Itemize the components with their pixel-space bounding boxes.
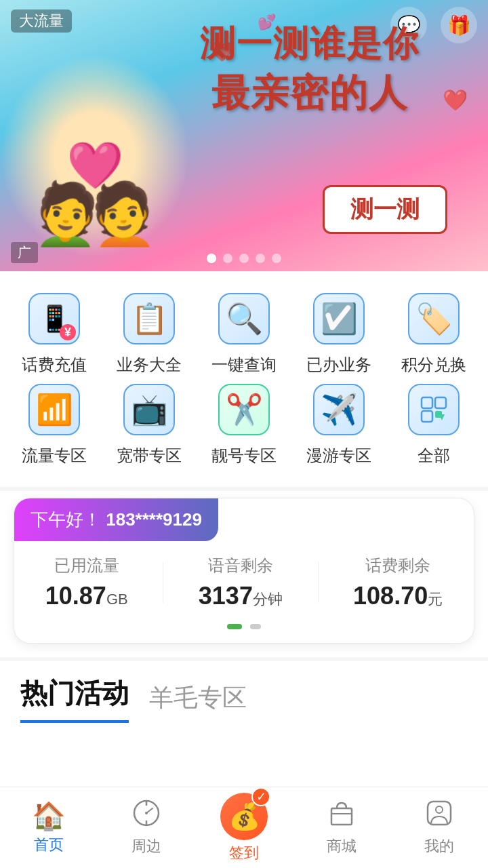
bottom-nav: 🏠 首页 周边 💰 ✓ 签到 商城: [0, 787, 488, 868]
quick-item-wifi[interactable]: 📶 流量专区: [10, 382, 98, 467]
heart-decoration-3: ❤️: [443, 88, 468, 112]
account-card[interactable]: 下午好！ 183****9129 已用流量 10.87GB 语音剩余 3137分…: [14, 498, 474, 644]
nearby-label: 周边: [131, 836, 161, 856]
yewu-label: 业务大全: [117, 354, 182, 376]
shop-icon: [327, 799, 356, 833]
tab-wool[interactable]: 羊毛专区: [149, 682, 247, 723]
quick-item-yewu[interactable]: 📋 业务大全: [105, 292, 193, 376]
data-number: 10.87: [45, 582, 106, 610]
all-label: 全部: [418, 445, 450, 467]
mine-label: 我的: [424, 836, 454, 856]
huafei-label: 话费充值: [22, 354, 87, 376]
points-label: 积分兑换: [401, 354, 466, 376]
balance-value: 108.70元: [353, 582, 443, 610]
yewu-icon-wrap: 📋: [122, 292, 176, 346]
nav-item-mine[interactable]: 我的: [395, 799, 483, 856]
account-page-dots: [14, 624, 474, 629]
nicenum-label: 靓号专区: [211, 445, 277, 467]
stat-balance: 话费剩余 108.70元: [353, 555, 443, 610]
query-label: 一键查询: [211, 354, 277, 376]
data-label: 已用流量: [54, 555, 119, 576]
activity-tabs: 热门活动 羊毛专区: [0, 661, 488, 723]
balance-label: 话费剩余: [365, 555, 430, 576]
banner: ❤️ 💕 ❤️ 大流量 💬 🎁 测一测谁是你 最亲密的人 测一测 广: [0, 0, 488, 271]
svg-rect-10: [331, 808, 352, 825]
roaming-label: 漫游专区: [306, 445, 371, 467]
banner-dots: [207, 254, 281, 263]
quick-item-done[interactable]: ☑️ 已办业务: [295, 292, 383, 376]
data-unit: GB: [106, 591, 128, 608]
banner-title-line2: 最亲密的人: [200, 68, 420, 119]
balance-unit: 元: [428, 591, 443, 608]
banner-dot-1[interactable]: [207, 254, 216, 263]
points-icon: 🏷️: [408, 293, 460, 344]
voice-label: 语音剩余: [208, 555, 273, 576]
svg-point-13: [436, 806, 443, 813]
done-label: 已办业务: [306, 354, 371, 376]
broadband-label: 宽带专区: [117, 445, 182, 467]
home-label: 首页: [34, 835, 64, 855]
nav-item-home[interactable]: 🏠 首页: [5, 800, 93, 855]
account-page-dot-1[interactable]: [227, 624, 242, 629]
quick-item-broadband[interactable]: 📺 宽带专区: [105, 382, 193, 467]
all-svg-icon: [420, 396, 447, 423]
banner-dot-4[interactable]: [256, 254, 265, 263]
banner-dot-3[interactable]: [239, 254, 249, 263]
phone-icon: 📱: [39, 304, 70, 334]
voice-value: 3137分钟: [199, 582, 283, 610]
checkin-checkmark: ✓: [251, 787, 270, 806]
roaming-icon-wrap: ✈️: [312, 382, 366, 437]
gift-icon[interactable]: 🎁: [441, 7, 477, 43]
query-icon: 🔍: [218, 293, 270, 344]
nav-item-nearby[interactable]: 周边: [102, 799, 190, 856]
checkin-label: 签到: [229, 843, 259, 863]
banner-title: 测一测谁是你 最亲密的人: [200, 20, 420, 119]
done-icon: ☑️: [313, 293, 365, 344]
quick-item-nicenum[interactable]: ✂️ 靓号专区: [200, 382, 288, 467]
nav-item-shop[interactable]: 商城: [298, 799, 386, 856]
query-icon-wrap: 🔍: [217, 292, 271, 346]
stat-divider-1: [163, 562, 163, 603]
banner-figure: [0, 54, 203, 271]
broadband-icon-wrap: 📺: [122, 382, 176, 437]
wifi-label: 流量专区: [22, 445, 87, 467]
banner-dot-2[interactable]: [223, 254, 232, 263]
data-value: 10.87GB: [45, 582, 128, 610]
wifi-icon-wrap: 📶: [27, 382, 81, 437]
shop-label: 商城: [327, 836, 357, 856]
mine-icon: [425, 799, 453, 833]
account-stats: 已用流量 10.87GB 语音剩余 3137分钟 话费剩余 108.70元: [14, 541, 474, 617]
greeting-text: 下午好！: [30, 509, 101, 530]
all-icon-wrap: [407, 382, 461, 437]
shop-svg: [327, 799, 356, 827]
quick-item-huafei[interactable]: 📱 话费充值: [10, 292, 98, 376]
voice-number: 3137: [199, 582, 253, 610]
broadband-icon: 📺: [123, 384, 175, 435]
checkin-icon-wrap: 💰 ✓: [220, 793, 268, 840]
phone-number: 183****9129: [106, 509, 202, 530]
quick-item-query[interactable]: 🔍 一键查询: [200, 292, 288, 376]
account-page-dot-2[interactable]: [250, 624, 261, 629]
quick-item-points[interactable]: 🏷️ 积分兑换: [390, 292, 478, 376]
balance-number: 108.70: [353, 582, 428, 610]
banner-cta-button[interactable]: 测一测: [323, 185, 447, 234]
stat-divider-2: [318, 562, 319, 603]
yewu-icon: 📋: [123, 293, 175, 344]
tab-hot-activity[interactable]: 热门活动: [20, 675, 129, 723]
quick-menu-row-1: 📱 话费充值 📋 业务大全 🔍 一键查询 ☑️ 已办业务 🏷️: [7, 292, 481, 376]
nicenum-icon-wrap: ✂️: [217, 382, 271, 437]
svg-rect-2: [422, 411, 432, 422]
account-card-wrap: 下午好！ 183****9129 已用流量 10.87GB 语音剩余 3137分…: [0, 491, 488, 657]
banner-dot-5[interactable]: [272, 254, 281, 263]
banner-title-line1: 测一测谁是你: [200, 20, 420, 68]
stat-data: 已用流量 10.87GB: [45, 555, 128, 610]
home-icon: 🏠: [32, 800, 66, 832]
quick-item-roaming[interactable]: ✈️ 漫游专区: [295, 382, 383, 467]
banner-ad-badge: 广: [11, 242, 38, 263]
nav-item-checkin[interactable]: 💰 ✓ 签到: [200, 793, 288, 863]
wifi-icon: 📶: [28, 384, 80, 435]
nicenum-icon: ✂️: [218, 384, 270, 435]
banner-couple-image: [0, 54, 190, 258]
svg-rect-0: [422, 397, 432, 408]
quick-item-all[interactable]: 全部: [390, 382, 478, 467]
